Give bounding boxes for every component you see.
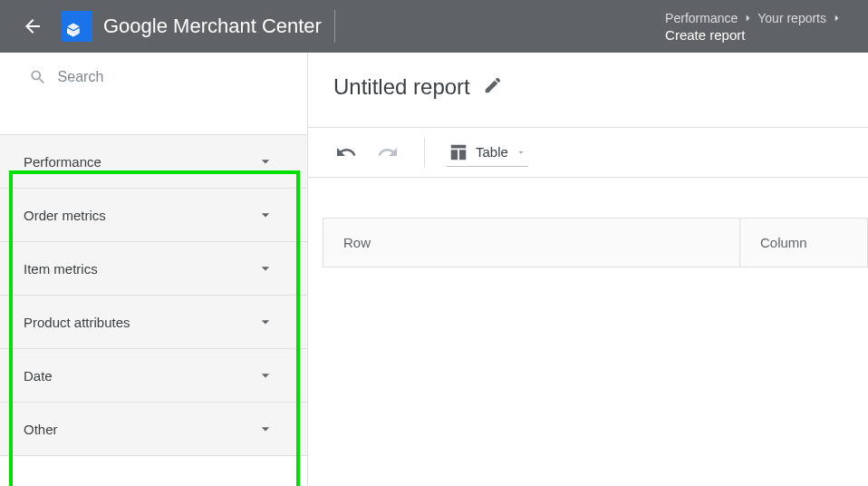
chevron-right-icon bbox=[830, 12, 843, 24]
breadcrumb-current: Create report bbox=[665, 27, 843, 43]
breadcrumb: Performance Your reports Create report bbox=[665, 11, 854, 43]
table-icon bbox=[448, 142, 468, 162]
chevron-down-icon bbox=[256, 152, 275, 170]
redo-icon bbox=[377, 141, 399, 163]
group-other[interactable]: Other bbox=[0, 403, 307, 456]
chevron-down-icon bbox=[256, 206, 275, 224]
group-label: Performance bbox=[24, 154, 101, 170]
redo-button[interactable] bbox=[373, 138, 402, 167]
search-input[interactable] bbox=[58, 69, 289, 85]
group-label: Order metrics bbox=[24, 208, 106, 223]
row-drop-zone[interactable]: Row bbox=[323, 219, 740, 267]
undo-button[interactable] bbox=[332, 138, 361, 167]
pencil-icon bbox=[483, 75, 503, 95]
app-header: Google Merchant Center Performance Your … bbox=[0, 0, 868, 53]
group-label: Item metrics bbox=[24, 261, 98, 277]
report-table-header: Row Column bbox=[323, 218, 868, 267]
view-type-label: Table bbox=[476, 144, 508, 160]
chevron-down-icon bbox=[256, 366, 275, 384]
chevron-right-icon bbox=[741, 12, 754, 24]
undo-icon bbox=[335, 141, 357, 163]
chevron-down-icon bbox=[256, 259, 275, 277]
dropdown-caret-icon bbox=[516, 147, 526, 158]
group-label: Product attributes bbox=[24, 315, 130, 330]
group-date[interactable]: Date bbox=[0, 349, 307, 403]
header-divider bbox=[334, 10, 335, 43]
field-group-list: Performance Order metrics Item metrics P… bbox=[0, 134, 307, 456]
group-product-attributes[interactable]: Product attributes bbox=[0, 296, 307, 349]
edit-title-button[interactable] bbox=[483, 75, 503, 99]
merchant-center-logo-icon bbox=[62, 11, 92, 42]
search-icon bbox=[29, 67, 47, 87]
report-toolbar: Table bbox=[308, 127, 868, 178]
group-label: Date bbox=[24, 368, 53, 384]
breadcrumb-your-reports[interactable]: Your reports bbox=[757, 11, 826, 25]
field-sidebar: Performance Order metrics Item metrics P… bbox=[0, 53, 308, 486]
arrow-left-icon bbox=[22, 15, 43, 37]
back-button[interactable] bbox=[14, 8, 51, 44]
group-item-metrics[interactable]: Item metrics bbox=[0, 242, 307, 296]
view-type-picker[interactable]: Table bbox=[447, 139, 528, 167]
group-performance[interactable]: Performance bbox=[0, 135, 307, 189]
main-area: Untitled report Table Row Column bbox=[308, 53, 868, 486]
chevron-down-icon bbox=[256, 420, 275, 438]
group-order-metrics[interactable]: Order metrics bbox=[0, 189, 307, 242]
app-title: Google Merchant Center bbox=[103, 15, 322, 38]
column-drop-zone[interactable]: Column bbox=[740, 219, 867, 267]
breadcrumb-performance[interactable]: Performance bbox=[665, 11, 738, 25]
search-row bbox=[0, 53, 307, 96]
report-title: Untitled report bbox=[333, 74, 470, 100]
toolbar-divider bbox=[424, 137, 425, 168]
group-label: Other bbox=[24, 422, 58, 437]
chevron-down-icon bbox=[256, 313, 275, 331]
